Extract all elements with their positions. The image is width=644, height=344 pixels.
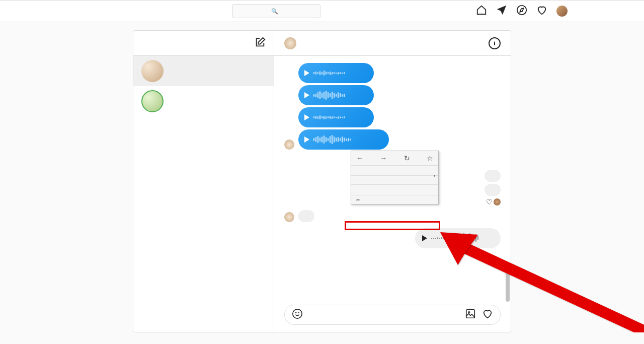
- svg-point-1: [293, 309, 302, 318]
- context-menu-item[interactable]: ✂: [351, 196, 438, 204]
- context-menu-item[interactable]: [351, 181, 438, 184]
- forward-icon[interactable]: →: [380, 154, 387, 162]
- home-icon[interactable]: [476, 5, 487, 18]
- text-message-incoming[interactable]: [298, 210, 314, 222]
- bookmark-icon[interactable]: ☆: [427, 154, 433, 162]
- compose-icon[interactable]: [255, 37, 266, 50]
- svg-point-3: [298, 312, 299, 313]
- context-menu-item[interactable]: ›: [351, 172, 438, 175]
- heart-icon: ♡: [486, 198, 493, 206]
- context-menu-item-inspect[interactable]: [351, 191, 438, 194]
- play-icon[interactable]: [304, 92, 309, 98]
- voice-message-incoming[interactable]: [298, 107, 374, 127]
- svg-point-5: [468, 312, 470, 313]
- explore-icon[interactable]: [516, 5, 527, 18]
- svg-point-0: [517, 6, 526, 15]
- like-icon[interactable]: [482, 308, 493, 321]
- text-message-outgoing[interactable]: [485, 170, 501, 182]
- scroll-thumb[interactable]: [506, 271, 510, 302]
- conversation-item[interactable]: [133, 86, 274, 116]
- play-icon[interactable]: [304, 136, 309, 143]
- activity-icon[interactable]: [536, 5, 547, 18]
- direct-icon[interactable]: [496, 5, 507, 18]
- back-icon[interactable]: ←: [356, 154, 363, 162]
- emoji-icon[interactable]: [292, 308, 303, 321]
- profile-avatar[interactable]: [556, 6, 568, 17]
- image-icon[interactable]: [465, 308, 476, 321]
- message-input[interactable]: [309, 311, 459, 319]
- svg-point-2: [296, 312, 296, 313]
- svg-rect-4: [466, 310, 475, 318]
- conversation-avatar: [141, 90, 164, 112]
- scrollbar[interactable]: [506, 86, 510, 302]
- play-icon[interactable]: [304, 114, 309, 120]
- info-icon[interactable]: i: [489, 37, 501, 49]
- voice-message-incoming[interactable]: [298, 85, 374, 105]
- voice-message-outgoing[interactable]: [415, 228, 501, 248]
- voice-message-incoming[interactable]: [298, 63, 374, 83]
- top-navbar: 🔍: [0, 0, 644, 22]
- direct-container: i ♡: [133, 30, 511, 332]
- voice-message-incoming[interactable]: [298, 129, 389, 150]
- conversations-sidebar: [133, 31, 274, 332]
- message-composer: [274, 298, 511, 332]
- context-menu: ← → ↻ ☆ › ✂: [351, 151, 439, 204]
- search-input[interactable]: 🔍: [232, 4, 320, 18]
- conversation-item[interactable]: [133, 56, 274, 86]
- play-icon[interactable]: [304, 70, 309, 76]
- conversation-avatar: [141, 60, 164, 82]
- search-icon: 🔍: [271, 8, 278, 15]
- reload-icon[interactable]: ↻: [404, 154, 410, 162]
- highlight-box: [345, 221, 440, 230]
- message-avatar: [284, 140, 294, 150]
- text-message-outgoing[interactable]: [485, 184, 501, 196]
- message-avatar: [284, 212, 294, 222]
- chat-header-avatar[interactable]: [284, 37, 296, 49]
- play-icon[interactable]: [422, 235, 427, 241]
- context-menu-item: [351, 176, 438, 179]
- seen-avatar: [494, 198, 501, 205]
